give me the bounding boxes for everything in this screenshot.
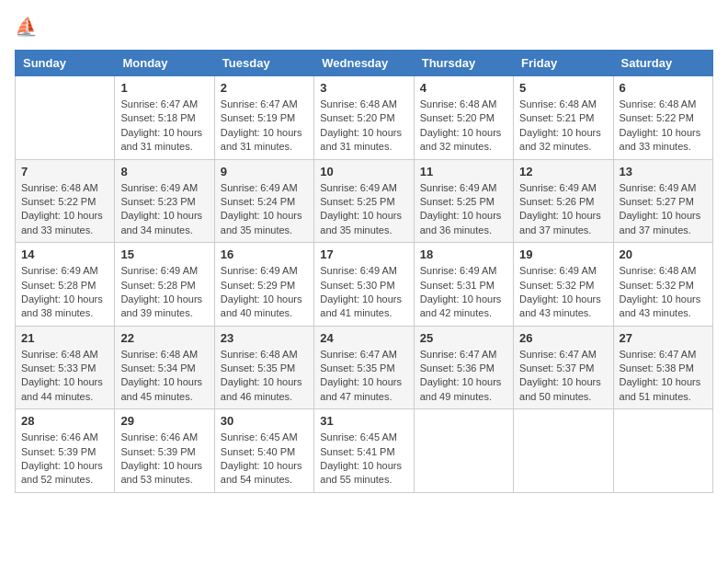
day-number: 1	[120, 81, 208, 95]
day-number: 15	[120, 247, 208, 261]
day-info: Sunrise: 6:48 AM Sunset: 5:22 PM Dayligh…	[620, 98, 707, 155]
calendar-cell: 9Sunrise: 6:49 AM Sunset: 5:24 PM Daylig…	[214, 159, 313, 243]
day-info: Sunrise: 6:46 AM Sunset: 5:39 PM Dayligh…	[21, 431, 108, 488]
header-thursday: Thursday	[414, 51, 513, 76]
calendar-header-row: SundayMondayTuesdayWednesdayThursdayFrid…	[16, 51, 713, 76]
day-number: 3	[320, 81, 407, 95]
day-info: Sunrise: 6:49 AM Sunset: 5:24 PM Dayligh…	[221, 181, 308, 238]
day-number: 26	[519, 331, 607, 345]
calendar-cell: 4Sunrise: 6:48 AM Sunset: 5:20 PM Daylig…	[414, 76, 513, 160]
calendar-cell: 31Sunrise: 6:45 AM Sunset: 5:41 PM Dayli…	[314, 409, 414, 493]
calendar-cell: 23Sunrise: 6:48 AM Sunset: 5:35 PM Dayli…	[214, 326, 313, 409]
calendar-cell: 17Sunrise: 6:49 AM Sunset: 5:30 PM Dayli…	[314, 243, 414, 327]
day-number: 6	[620, 81, 707, 95]
day-number: 8	[120, 165, 208, 178]
day-info: Sunrise: 6:49 AM Sunset: 5:25 PM Dayligh…	[420, 181, 507, 238]
calendar-table: SundayMondayTuesdayWednesdayThursdayFrid…	[15, 50, 713, 493]
calendar-cell: 28Sunrise: 6:46 AM Sunset: 5:39 PM Dayli…	[16, 409, 115, 493]
day-number: 31	[320, 414, 407, 428]
day-info: Sunrise: 6:47 AM Sunset: 5:36 PM Dayligh…	[420, 348, 507, 405]
logo: ⛵	[15, 15, 44, 40]
day-info: Sunrise: 6:47 AM Sunset: 5:38 PM Dayligh…	[620, 348, 707, 405]
calendar-week-row: 7Sunrise: 6:48 AM Sunset: 5:22 PM Daylig…	[16, 159, 713, 243]
day-info: Sunrise: 6:49 AM Sunset: 5:30 PM Dayligh…	[320, 264, 407, 321]
header-wednesday: Wednesday	[314, 51, 414, 76]
calendar-cell: 15Sunrise: 6:49 AM Sunset: 5:28 PM Dayli…	[115, 243, 214, 327]
calendar-cell: 13Sunrise: 6:49 AM Sunset: 5:27 PM Dayli…	[613, 159, 712, 243]
day-info: Sunrise: 6:49 AM Sunset: 5:29 PM Dayligh…	[221, 264, 308, 321]
day-info: Sunrise: 6:49 AM Sunset: 5:28 PM Dayligh…	[21, 264, 108, 321]
day-info: Sunrise: 6:48 AM Sunset: 5:22 PM Dayligh…	[21, 181, 108, 238]
calendar-cell: 10Sunrise: 6:49 AM Sunset: 5:25 PM Dayli…	[314, 159, 414, 243]
calendar-cell: 29Sunrise: 6:46 AM Sunset: 5:39 PM Dayli…	[115, 409, 214, 493]
day-number: 2	[221, 81, 308, 95]
day-number: 28	[21, 414, 108, 428]
calendar-cell: 27Sunrise: 6:47 AM Sunset: 5:38 PM Dayli…	[613, 326, 712, 409]
day-info: Sunrise: 6:47 AM Sunset: 5:37 PM Dayligh…	[519, 348, 607, 405]
calendar-cell: 20Sunrise: 6:48 AM Sunset: 5:32 PM Dayli…	[613, 243, 712, 327]
calendar-cell: 11Sunrise: 6:49 AM Sunset: 5:25 PM Dayli…	[414, 159, 513, 243]
day-number: 14	[21, 247, 108, 261]
calendar-week-row: 21Sunrise: 6:48 AM Sunset: 5:33 PM Dayli…	[16, 326, 713, 409]
day-info: Sunrise: 6:47 AM Sunset: 5:18 PM Dayligh…	[120, 98, 208, 155]
calendar-cell: 16Sunrise: 6:49 AM Sunset: 5:29 PM Dayli…	[214, 243, 313, 327]
calendar-cell	[414, 409, 513, 493]
day-number: 25	[420, 331, 507, 345]
day-info: Sunrise: 6:45 AM Sunset: 5:40 PM Dayligh…	[221, 431, 308, 488]
calendar-cell: 7Sunrise: 6:48 AM Sunset: 5:22 PM Daylig…	[16, 159, 115, 243]
calendar-cell: 19Sunrise: 6:49 AM Sunset: 5:32 PM Dayli…	[514, 243, 613, 327]
day-info: Sunrise: 6:46 AM Sunset: 5:39 PM Dayligh…	[120, 431, 208, 488]
day-info: Sunrise: 6:49 AM Sunset: 5:28 PM Dayligh…	[120, 264, 208, 321]
day-info: Sunrise: 6:48 AM Sunset: 5:34 PM Dayligh…	[120, 348, 208, 405]
calendar-cell	[613, 409, 712, 493]
header-tuesday: Tuesday	[214, 51, 313, 76]
calendar-cell: 8Sunrise: 6:49 AM Sunset: 5:23 PM Daylig…	[115, 159, 214, 243]
calendar-cell: 2Sunrise: 6:47 AM Sunset: 5:19 PM Daylig…	[214, 76, 313, 160]
day-info: Sunrise: 6:47 AM Sunset: 5:19 PM Dayligh…	[221, 98, 308, 155]
day-number: 29	[120, 414, 208, 428]
day-info: Sunrise: 6:49 AM Sunset: 5:27 PM Dayligh…	[620, 181, 707, 238]
day-number: 10	[320, 165, 407, 178]
calendar-week-row: 14Sunrise: 6:49 AM Sunset: 5:28 PM Dayli…	[16, 243, 713, 327]
day-number: 18	[420, 247, 507, 261]
calendar-cell: 21Sunrise: 6:48 AM Sunset: 5:33 PM Dayli…	[16, 326, 115, 409]
calendar-cell: 14Sunrise: 6:49 AM Sunset: 5:28 PM Dayli…	[16, 243, 115, 327]
day-info: Sunrise: 6:49 AM Sunset: 5:26 PM Dayligh…	[519, 181, 607, 238]
page-header: ⛵	[15, 15, 713, 40]
day-number: 9	[221, 165, 308, 178]
day-number: 4	[420, 81, 507, 95]
calendar-week-row: 1Sunrise: 6:47 AM Sunset: 5:18 PM Daylig…	[16, 76, 713, 160]
day-number: 11	[420, 165, 507, 178]
day-number: 23	[221, 331, 308, 345]
calendar-cell: 18Sunrise: 6:49 AM Sunset: 5:31 PM Dayli…	[414, 243, 513, 327]
header-sunday: Sunday	[16, 51, 115, 76]
day-number: 19	[519, 247, 607, 261]
day-number: 24	[320, 331, 407, 345]
calendar-cell: 1Sunrise: 6:47 AM Sunset: 5:18 PM Daylig…	[115, 76, 214, 160]
day-number: 17	[320, 247, 407, 261]
logo-icon: ⛵	[15, 15, 40, 40]
day-number: 16	[221, 247, 308, 261]
calendar-cell: 22Sunrise: 6:48 AM Sunset: 5:34 PM Dayli…	[115, 326, 214, 409]
day-number: 7	[21, 165, 108, 178]
day-number: 13	[620, 165, 707, 178]
day-number: 22	[120, 331, 208, 345]
day-info: Sunrise: 6:48 AM Sunset: 5:20 PM Dayligh…	[420, 98, 507, 155]
header-friday: Friday	[514, 51, 613, 76]
day-info: Sunrise: 6:48 AM Sunset: 5:33 PM Dayligh…	[21, 348, 108, 405]
day-number: 27	[620, 331, 707, 345]
calendar-cell: 24Sunrise: 6:47 AM Sunset: 5:35 PM Dayli…	[314, 326, 414, 409]
calendar-cell: 6Sunrise: 6:48 AM Sunset: 5:22 PM Daylig…	[613, 76, 712, 160]
day-info: Sunrise: 6:49 AM Sunset: 5:25 PM Dayligh…	[320, 181, 407, 238]
calendar-cell: 12Sunrise: 6:49 AM Sunset: 5:26 PM Dayli…	[514, 159, 613, 243]
day-info: Sunrise: 6:48 AM Sunset: 5:20 PM Dayligh…	[320, 98, 407, 155]
day-info: Sunrise: 6:48 AM Sunset: 5:32 PM Dayligh…	[620, 264, 707, 321]
header-saturday: Saturday	[613, 51, 712, 76]
day-info: Sunrise: 6:47 AM Sunset: 5:35 PM Dayligh…	[320, 348, 407, 405]
calendar-cell: 5Sunrise: 6:48 AM Sunset: 5:21 PM Daylig…	[514, 76, 613, 160]
calendar-cell: 25Sunrise: 6:47 AM Sunset: 5:36 PM Dayli…	[414, 326, 513, 409]
day-number: 5	[519, 81, 607, 95]
day-number: 12	[519, 165, 607, 178]
day-info: Sunrise: 6:48 AM Sunset: 5:35 PM Dayligh…	[221, 348, 308, 405]
calendar-cell: 3Sunrise: 6:48 AM Sunset: 5:20 PM Daylig…	[314, 76, 414, 160]
